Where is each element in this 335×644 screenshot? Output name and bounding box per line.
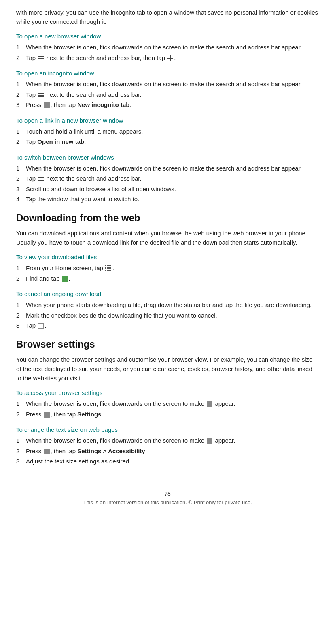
settings-box-icon (207, 401, 212, 407)
step-text: Find and tap . (26, 274, 319, 284)
section-heading-view-downloads: To view your downloaded files (16, 254, 319, 260)
section-heading-cancel-download: To cancel an ongoing download (16, 290, 319, 297)
step-text: When the browser is open, flick downward… (26, 436, 319, 446)
step-number: 2 (16, 174, 24, 183)
list-item: 1 When the browser is open, flick downwa… (16, 43, 319, 52)
step-number: 1 (16, 164, 24, 173)
step-number: 2 (16, 311, 24, 320)
step-text: When your phone starts downloading a fil… (26, 301, 319, 310)
section-heading-access-settings: To access your browser settings (16, 389, 319, 396)
steps-incognito-window: 1 When the browser is open, flick downwa… (16, 80, 319, 110)
steps-switch-windows: 1 When the browser is open, flick downwa… (16, 164, 319, 204)
step-number: 2 (16, 90, 24, 100)
section-view-downloads: To view your downloaded files 1 From you… (16, 254, 319, 283)
step-text: Tap next to the search and address bar. (26, 90, 319, 100)
settings-box-icon (44, 449, 50, 454)
section-heading-incognito-window: To open an incognito window (16, 70, 319, 77)
page-container: with more privacy, you can use the incog… (0, 0, 335, 526)
section-link-new-window: To open a link in a new browser window 1… (16, 117, 319, 147)
intro-paragraph: with more privacy, you can use the incog… (16, 8, 319, 26)
list-item: 3 Tap . (16, 321, 319, 331)
step-number: 1 (16, 399, 24, 409)
step-text: Tap . (26, 321, 319, 331)
step-text: From your Home screen, tap . (26, 264, 319, 273)
section-change-text-size: To change the text size on web pages 1 W… (16, 426, 319, 466)
footer-notice: This is an Internet version of this publ… (16, 499, 319, 505)
step-number: 1 (16, 436, 24, 446)
list-item: 2 Tap next to the search and address bar… (16, 174, 319, 183)
step-number: 2 (16, 137, 24, 147)
step-text: Tap Open in new tab. (26, 137, 319, 147)
step-number: 4 (16, 195, 24, 204)
step-number: 1 (16, 43, 24, 52)
step-text: Tap next to the search and address bar. (26, 174, 319, 183)
steps-change-text-size: 1 When the browser is open, flick downwa… (16, 436, 319, 466)
section-heading-link-new-window: To open a link in a new browser window (16, 117, 319, 124)
section-heading-change-text-size: To change the text size on web pages (16, 426, 319, 433)
menu-icon (38, 92, 44, 98)
steps-new-browser-window: 1 When the browser is open, flick downwa… (16, 43, 319, 62)
list-item: 1 Touch and hold a link until a menu app… (16, 127, 319, 136)
page-number: 78 (16, 490, 319, 497)
step-number: 2 (16, 447, 24, 456)
list-item: 3 Press , then tap New incognito tab. (16, 100, 319, 110)
list-item: 2 Tap next to the search and address bar… (16, 90, 319, 100)
step-text: Scroll up and down to browse a list of a… (26, 185, 319, 194)
downloading-heading: Downloading from the web (16, 212, 319, 224)
step-text: When the browser is open, flick downward… (26, 164, 319, 173)
browser-settings-intro: You can change the browser settings and … (16, 355, 319, 383)
list-item: 1 When the browser is open, flick downwa… (16, 399, 319, 409)
list-item: 3 Adjust the text size settings as desir… (16, 457, 319, 466)
green-square-icon (62, 276, 68, 282)
step-number: 1 (16, 264, 24, 273)
section-switch-windows: To switch between browser windows 1 When… (16, 154, 319, 204)
step-text: Press , then tap Settings > Accessibilit… (26, 447, 319, 456)
list-item: 2 Find and tap . (16, 274, 319, 284)
step-number: 3 (16, 185, 24, 194)
section-cancel-download: To cancel an ongoing download 1 When you… (16, 290, 319, 331)
step-number: 1 (16, 80, 24, 89)
list-item: 2 Press , then tap Settings. (16, 410, 319, 419)
step-number: 1 (16, 127, 24, 136)
menu-icon (38, 176, 44, 182)
browser-settings-heading: Browser settings (16, 339, 319, 350)
step-number: 2 (16, 410, 24, 419)
step-number: 3 (16, 100, 24, 110)
steps-access-settings: 1 When the browser is open, flick downwa… (16, 399, 319, 419)
list-item: 1 When your phone starts downloading a f… (16, 301, 319, 310)
step-text: Press , then tap Settings. (26, 410, 319, 419)
step-text: Adjust the text size settings as desired… (26, 457, 319, 466)
stop-icon (38, 323, 44, 329)
list-item: 1 When the browser is open, flick downwa… (16, 80, 319, 89)
section-access-settings: To access your browser settings 1 When t… (16, 389, 319, 419)
settings-box-icon (44, 102, 50, 108)
step-number: 3 (16, 457, 24, 466)
step-text: When the browser is open, flick downward… (26, 80, 319, 89)
step-text: When the browser is open, flick downward… (26, 399, 319, 409)
menu-icon (38, 55, 44, 61)
list-item: 2 Mark the checkbox beside the downloadi… (16, 311, 319, 320)
list-item: 1 When the browser is open, flick downwa… (16, 164, 319, 173)
steps-cancel-download: 1 When your phone starts downloading a f… (16, 301, 319, 331)
plus-icon (167, 55, 174, 62)
grid-icon (105, 265, 112, 272)
step-text: Tap the window that you want to switch t… (26, 195, 319, 204)
section-incognito-window: To open an incognito window 1 When the b… (16, 70, 319, 110)
downloading-intro: You can download applications and conten… (16, 228, 319, 247)
step-text: When the browser is open, flick downward… (26, 43, 319, 52)
step-number: 3 (16, 321, 24, 331)
list-item: 2 Tap next to the search and address bar… (16, 53, 319, 63)
step-number: 2 (16, 53, 24, 63)
step-text: Tap next to the search and address bar, … (26, 53, 319, 63)
steps-link-new-window: 1 Touch and hold a link until a menu app… (16, 127, 319, 147)
list-item: 2 Press , then tap Settings > Accessibil… (16, 447, 319, 456)
steps-view-downloads: 1 From your Home screen, tap . 2 Find an… (16, 264, 319, 283)
settings-box-icon (44, 412, 50, 418)
list-item: 1 When the browser is open, flick downwa… (16, 436, 319, 446)
list-item: 1 From your Home screen, tap . (16, 264, 319, 273)
settings-box-icon (207, 438, 212, 444)
list-item: 4 Tap the window that you want to switch… (16, 195, 319, 204)
list-item: 2 Tap Open in new tab. (16, 137, 319, 147)
section-heading-switch-windows: To switch between browser windows (16, 154, 319, 161)
step-number: 2 (16, 274, 24, 284)
